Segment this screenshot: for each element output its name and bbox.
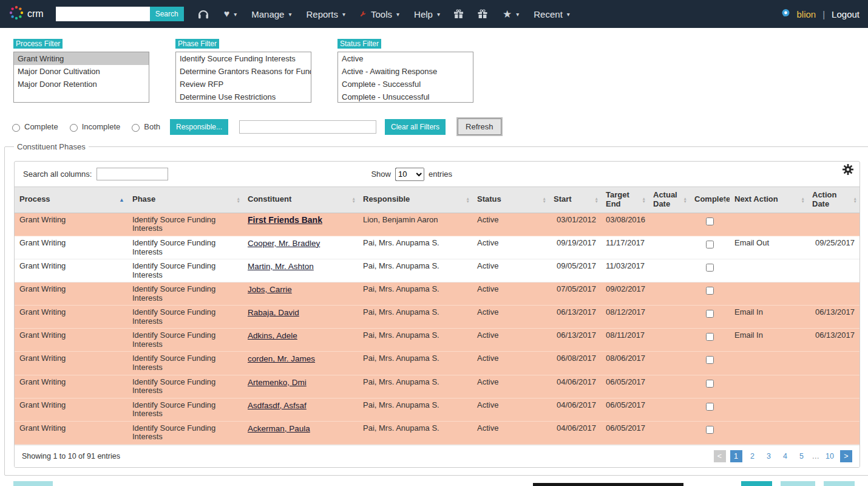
global-search-button[interactable]: Search	[150, 7, 184, 21]
menu-recent[interactable]: Recent ▾	[534, 9, 570, 19]
starred-menu[interactable]: ★ ▾	[503, 9, 519, 19]
column-header-next-action[interactable]: Next Action▲▼	[730, 187, 807, 213]
phase-filter-option[interactable]: Identify Source Funding Interests	[176, 52, 311, 65]
table-row[interactable]: Grant WritingIdentify Source Funding Int…	[15, 306, 860, 329]
process-filter-option[interactable]: Grant Writing	[14, 52, 149, 65]
complete-checkbox[interactable]	[706, 287, 714, 295]
table-row[interactable]: Grant WritingIdentify Source Funding Int…	[15, 352, 860, 375]
complete-checkbox[interactable]	[706, 217, 714, 225]
pagination-page-5[interactable]: 5	[796, 450, 808, 462]
menu-tools[interactable]: Tools ▾	[360, 9, 399, 19]
clear-all-filters-button[interactable]: Clear all Filters	[385, 119, 446, 135]
refresh-button[interactable]: Refresh	[458, 118, 501, 135]
column-header-actual-date[interactable]: Actual Date▲▼	[648, 187, 690, 213]
headphones-icon[interactable]	[197, 9, 209, 19]
complete-checkbox[interactable]	[706, 356, 714, 364]
constituent-link[interactable]: Ackerman, Paula	[248, 424, 310, 433]
bottom-dark-bar	[533, 483, 683, 486]
radio-both-input[interactable]	[132, 124, 140, 132]
pagination-page-4[interactable]: 4	[779, 450, 792, 462]
status-filter-listbox[interactable]: ActiveActive - Awaiting ResponseComplete…	[337, 52, 473, 103]
constituent-link[interactable]: Artemenko, Dmi	[248, 378, 307, 387]
phase-filter-option[interactable]: Determine Grantors Reasons for Fundi	[176, 65, 311, 78]
pagination-page-3[interactable]: 3	[763, 450, 775, 462]
gear-icon[interactable]	[843, 164, 853, 177]
menu-manage[interactable]: Manage ▾	[251, 9, 291, 19]
phase-filter-option[interactable]: Determine Use Restrictions	[176, 91, 311, 103]
add-button[interactable]: Add...	[741, 481, 772, 486]
app-logo[interactable]: crm	[8, 5, 44, 23]
column-header-status[interactable]: Status▲▼	[472, 187, 549, 213]
cell-responsible: Lion, Benjamin Aaron	[358, 213, 472, 236]
page-length-select[interactable]: 10	[395, 168, 424, 181]
column-header-action-date[interactable]: Action Date▲▼	[807, 187, 860, 213]
copy-button[interactable]: Copy...	[781, 481, 815, 486]
radio-incomplete[interactable]: Incomplete	[67, 122, 121, 132]
constituent-link[interactable]: corden, Mr. James	[248, 354, 315, 363]
menu-reports[interactable]: Reports ▾	[306, 9, 345, 19]
radio-incomplete-input[interactable]	[70, 124, 78, 132]
constituent-link[interactable]: Asdfasdf, Asfsaf	[248, 401, 307, 410]
table-row[interactable]: Grant WritingIdentify Source Funding Int…	[15, 421, 860, 444]
complete-checkbox[interactable]	[706, 310, 714, 318]
complete-checkbox[interactable]	[706, 380, 714, 388]
table-row[interactable]: Grant WritingIdentify Source Funding Int…	[15, 375, 860, 398]
chat-icon[interactable]	[781, 9, 790, 19]
delete-button[interactable]: Delete...	[13, 481, 53, 486]
pagination-prev[interactable]: <	[714, 450, 726, 462]
complete-checkbox[interactable]	[706, 241, 714, 248]
radio-complete-input[interactable]	[12, 124, 20, 132]
status-filter-option[interactable]: Active	[338, 52, 473, 65]
responsible-filter-input[interactable]	[239, 120, 376, 134]
column-header-complete[interactable]: Complete▲▼	[690, 187, 730, 213]
radio-both[interactable]: Both	[129, 122, 160, 132]
radio-complete[interactable]: Complete	[9, 122, 58, 132]
constituent-link[interactable]: First Friends Bank	[248, 215, 322, 225]
table-row[interactable]: Grant WritingIdentify Source Funding Int…	[15, 398, 860, 421]
table-row[interactable]: Grant WritingIdentify Source Funding Int…	[15, 236, 860, 259]
constituent-link[interactable]: Adkins, Adele	[248, 331, 297, 340]
responsible-button[interactable]: Responsible...	[170, 119, 228, 135]
nav-divider: |	[822, 9, 825, 19]
table-row[interactable]: Grant WritingIdentify Source Funding Int…	[15, 282, 860, 306]
page-length-group: Show 10 entries	[371, 168, 452, 181]
column-header-responsible[interactable]: Responsible▲▼	[358, 187, 472, 213]
table-row[interactable]: Grant WritingIdentify Source Funding Int…	[15, 259, 860, 282]
menu-help[interactable]: Help ▾	[414, 9, 440, 19]
global-search-input[interactable]	[56, 7, 150, 21]
gift-box-icon[interactable]	[477, 9, 488, 19]
column-header-constituent[interactable]: Constituent▲▼	[243, 187, 358, 213]
phase-filter-listbox[interactable]: Identify Source Funding InterestsDetermi…	[175, 52, 311, 103]
logout-button[interactable]: Logout	[832, 9, 860, 19]
status-filter-option[interactable]: Active - Awaiting Response	[338, 65, 473, 78]
edit-button[interactable]: Edit...	[824, 481, 855, 486]
table-row[interactable]: Grant WritingIdentify Source Funding Int…	[15, 213, 860, 236]
process-filter-option[interactable]: Major Donor Retention	[14, 78, 149, 91]
pagination-page-10[interactable]: 10	[824, 450, 836, 462]
search-all-columns-input[interactable]	[97, 168, 168, 180]
pagination-page-2[interactable]: 2	[747, 450, 759, 462]
column-header-process[interactable]: Process▲	[15, 187, 127, 213]
pagination-next[interactable]: >	[840, 450, 852, 462]
process-filter-option[interactable]: Major Donor Cultivation	[14, 65, 149, 78]
complete-checkbox[interactable]	[706, 333, 714, 341]
complete-checkbox[interactable]	[706, 264, 714, 272]
constituent-link[interactable]: Martin, Mr. Ashton	[248, 262, 314, 271]
complete-checkbox[interactable]	[706, 426, 714, 434]
constituent-link[interactable]: Jobs, Carrie	[248, 285, 292, 294]
process-filter-listbox[interactable]: Grant WritingMajor Donor CultivationMajo…	[13, 52, 149, 103]
column-header-target-end[interactable]: Target End▲▼	[601, 187, 648, 213]
complete-checkbox[interactable]	[706, 403, 714, 411]
status-filter-option[interactable]: Complete - Unsuccessful	[338, 91, 473, 103]
constituent-link[interactable]: Cooper, Mr. Bradley	[248, 239, 320, 248]
column-header-start[interactable]: Start▲▼	[549, 187, 601, 213]
constituent-link[interactable]: Rabaja, David	[248, 308, 299, 317]
status-filter-option[interactable]: Complete - Successful	[338, 78, 473, 91]
column-header-phase[interactable]: Phase▲▼	[127, 187, 243, 213]
pagination-page-1[interactable]: 1	[730, 450, 742, 462]
gift-icon[interactable]	[453, 9, 464, 19]
phase-filter-option[interactable]: Review RFP	[176, 78, 311, 91]
favorites-menu[interactable]: ♥ ▾	[224, 9, 237, 19]
table-row[interactable]: Grant WritingIdentify Source Funding Int…	[15, 329, 860, 352]
username[interactable]: blion	[797, 9, 816, 19]
